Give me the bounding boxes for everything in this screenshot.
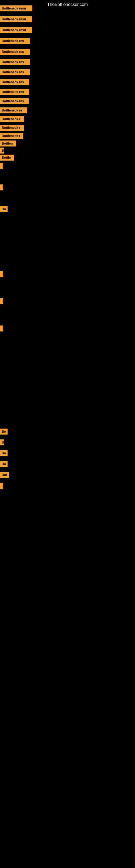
bar-label: | <box>0 483 3 489</box>
bar-item: B <box>0 439 4 445</box>
bar-label: Bottleneck res <box>0 69 30 75</box>
bar-item: Bottleneck res <box>0 38 30 44</box>
bar-label: B <box>0 439 4 445</box>
bar-label: Bo <box>0 450 8 456</box>
bar-label: | <box>0 163 3 169</box>
bar-item: Bottleneck resu <box>0 16 32 22</box>
bar-item: | <box>0 299 3 304</box>
bar-label: Bottleneck res <box>0 59 30 65</box>
bar-label: Bo <box>0 429 8 435</box>
bar-item: Bo <box>0 461 8 467</box>
bar-item: | <box>0 326 3 332</box>
bar-item: Bo <box>0 206 8 212</box>
bar-item: Bottleneck res <box>0 49 30 55</box>
bar-label: Bottle <box>0 155 14 161</box>
bar-label: Bo <box>0 206 8 212</box>
bar-label: Bottleneck res <box>0 98 29 104</box>
bar-item: Bottleneck re <box>0 107 27 113</box>
bar-item: Bottleneck res <box>0 89 29 95</box>
bar-label: Bottleneck r <box>0 133 23 139</box>
bar-item: Bottleneck r <box>0 125 24 131</box>
bar-label: Bottleneck res <box>0 49 30 55</box>
bar-label: Bottleneck res <box>0 38 30 44</box>
bar-label: Bo <box>0 461 8 467</box>
bar-item: Bottleneck res <box>0 79 29 85</box>
bar-item: Bottleneck r <box>0 116 24 122</box>
bar-item: | <box>0 483 3 489</box>
bar-item: Bo <box>0 429 8 435</box>
bar-item: Bottleneck res <box>0 69 30 75</box>
bar-label: Bottleneck r <box>0 125 24 131</box>
bar-label: Bot <box>0 472 9 478</box>
bar-item: | <box>0 271 3 277</box>
bar-item: Bottleneck resu <box>0 27 32 33</box>
bar-item: B <box>0 148 4 154</box>
bar-label: | <box>0 184 3 190</box>
bar-item: | <box>0 163 3 169</box>
bar-label: | <box>0 299 3 304</box>
bar-item: Bottleneck res <box>0 98 29 104</box>
bar-label: Bottleneck res <box>0 89 29 95</box>
bar-label: | <box>0 271 3 277</box>
bar-label: | <box>0 326 3 332</box>
bar-item: Bottleneck resu <box>0 5 32 11</box>
bar-label: Bottleneck res <box>0 79 29 85</box>
bar-item: Bo <box>0 450 8 456</box>
bar-item: | <box>0 184 3 190</box>
bar-label: Bottlen <box>0 141 16 147</box>
bar-label: Bottleneck resu <box>0 16 32 22</box>
bar-label: B <box>0 148 4 154</box>
bar-label: Bottleneck r <box>0 116 24 122</box>
bar-label: Bottleneck resu <box>0 5 32 11</box>
bar-item: Bottleneck r <box>0 133 23 139</box>
bar-item: Bottle <box>0 155 14 161</box>
bar-label: Bottleneck re <box>0 107 27 113</box>
bar-item: Bottleneck res <box>0 59 30 65</box>
bar-item: Bottlen <box>0 141 16 147</box>
bar-item: Bot <box>0 472 9 478</box>
bar-label: Bottleneck resu <box>0 27 32 33</box>
